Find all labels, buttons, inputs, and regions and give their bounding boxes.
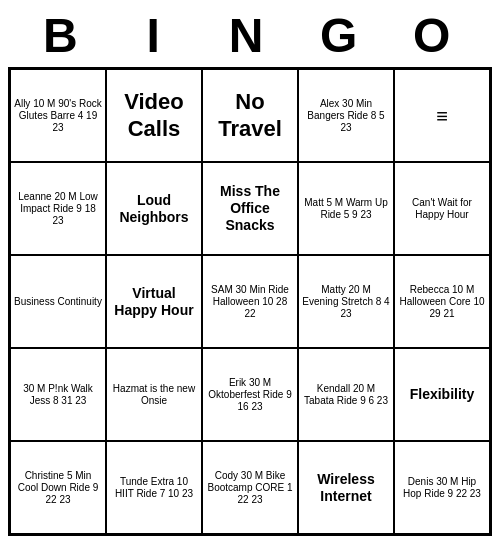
- cell-5: Leanne 20 M Low Impact Ride 9 18 23: [10, 162, 106, 255]
- cell-8: Matt 5 M Warm Up Ride 5 9 23: [298, 162, 394, 255]
- cell-9: Can't Wait for Happy Hour: [394, 162, 490, 255]
- cell-6: Loud Neighbors: [106, 162, 202, 255]
- cell-24: Denis 30 M Hip Hop Ride 9 22 23: [394, 441, 490, 534]
- cell-10: Business Continuity: [10, 255, 106, 348]
- title-i: I: [111, 8, 204, 63]
- cell-22: Cody 30 M Bike Bootcamp CORE 1 22 23: [202, 441, 298, 534]
- cell-12: SAM 30 Min Ride Halloween 10 28 22: [202, 255, 298, 348]
- title-b: B: [18, 8, 111, 63]
- title-g: G: [296, 8, 389, 63]
- cell-20: Christine 5 Min Cool Down Ride 9 22 23: [10, 441, 106, 534]
- cell-23: Wireless Internet: [298, 441, 394, 534]
- cell-13: Matty 20 M Evening Stretch 8 4 23: [298, 255, 394, 348]
- cell-19: Flexibility: [394, 348, 490, 441]
- bingo-title: B I N G O: [8, 8, 492, 63]
- cell-3: Alex 30 Min Bangers Ride 8 5 23: [298, 69, 394, 162]
- cell-7: Miss The Office Snacks: [202, 162, 298, 255]
- cell-17: Erik 30 M Oktoberfest Ride 9 16 23: [202, 348, 298, 441]
- cell-14: Rebecca 10 M Halloween Core 10 29 21: [394, 255, 490, 348]
- cell-15: 30 M P!nk Walk Jess 8 31 23: [10, 348, 106, 441]
- cell-0: Ally 10 M 90's Rock Glutes Barre 4 19 23: [10, 69, 106, 162]
- cell-16: Hazmat is the new Onsie: [106, 348, 202, 441]
- cell-11: Virtual Happy Hour: [106, 255, 202, 348]
- cell-2: No Travel: [202, 69, 298, 162]
- cell-1: Video Calls: [106, 69, 202, 162]
- cell-21: Tunde Extra 10 HIIT Ride 7 10 23: [106, 441, 202, 534]
- cell-18: Kendall 20 M Tabata Ride 9 6 23: [298, 348, 394, 441]
- title-o: O: [389, 8, 482, 63]
- cell-4: ≡: [394, 69, 490, 162]
- title-n: N: [204, 8, 297, 63]
- bingo-grid: Ally 10 M 90's Rock Glutes Barre 4 19 23…: [8, 67, 492, 536]
